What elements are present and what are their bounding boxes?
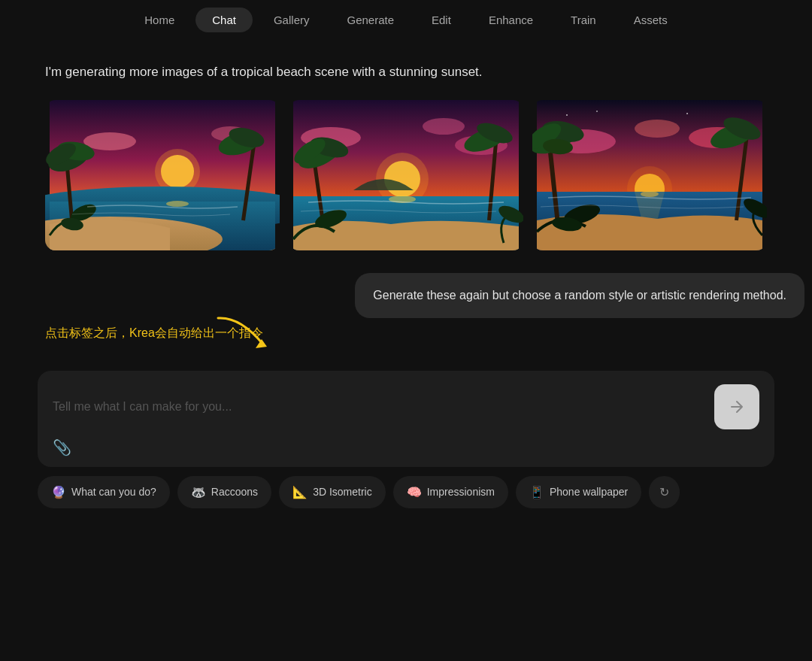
svg-point-36 — [566, 114, 568, 116]
svg-point-3 — [83, 132, 136, 150]
nav-generate[interactable]: Generate — [330, 8, 411, 32]
user-message-bubble: Generate these again but choose a random… — [355, 273, 804, 318]
annotation-area: 点击标签之后，Krea会自动给出一个指令 — [0, 318, 812, 371]
svg-marker-57 — [256, 339, 267, 348]
main-content: I'm generating more images of a tropical… — [0, 40, 812, 265]
nav-assets[interactable]: Assets — [617, 8, 684, 32]
chip-impressionism[interactable]: 🧠 Impressionism — [393, 476, 508, 508]
beach-image-2[interactable] — [289, 100, 523, 250]
user-message-text: Generate these again but choose a random… — [373, 289, 786, 302]
chat-input[interactable] — [53, 400, 705, 414]
chip-raccoons[interactable]: 🦝 Raccoons — [177, 476, 271, 508]
refresh-icon: ↻ — [659, 485, 669, 499]
svg-point-38 — [686, 113, 688, 114]
chips-row: 🔮 What can you do? 🦝 Raccoons 📐 3D Isome… — [0, 467, 812, 517]
chip-icon-4: 📱 — [529, 485, 544, 499]
send-button[interactable] — [714, 384, 759, 429]
chip-icon-2: 📐 — [292, 485, 308, 499]
chip-icon-0: 🔮 — [51, 485, 66, 499]
annotation-arrow — [211, 311, 278, 359]
attachment-icon[interactable]: 📎 — [53, 438, 71, 456]
chip-label-4: Phone wallpaper — [550, 486, 628, 498]
nav-edit[interactable]: Edit — [415, 8, 468, 32]
beach-image-3[interactable] — [532, 100, 767, 250]
user-bubble-container: Generate these again but choose a random… — [0, 273, 812, 318]
chip-icon-3: 🧠 — [407, 485, 422, 499]
nav-bar: Home Chat Gallery Generate Edit Enhance … — [0, 0, 812, 40]
nav-chat[interactable]: Chat — [195, 8, 253, 32]
ai-message: I'm generating more images of a tropical… — [45, 62, 662, 82]
chip-phone-wallpaper[interactable]: 📱 Phone wallpaper — [516, 476, 641, 508]
input-container: 📎 — [38, 371, 774, 467]
chip-label-2: 3D Isometric — [313, 486, 372, 498]
chip-refresh[interactable]: ↻ — [649, 476, 680, 508]
svg-point-37 — [596, 111, 598, 112]
svg-point-43 — [635, 120, 680, 138]
send-icon — [728, 398, 746, 416]
chip-label-3: Impressionism — [427, 486, 495, 498]
input-bottom: 📎 — [53, 438, 759, 456]
svg-point-23 — [423, 118, 465, 135]
images-row — [45, 100, 767, 250]
chip-label-0: What can you do? — [71, 486, 156, 498]
nav-train[interactable]: Train — [554, 8, 613, 32]
nav-gallery[interactable]: Gallery — [257, 8, 326, 32]
svg-point-45 — [641, 191, 659, 197]
chip-icon-1: 🦝 — [191, 485, 206, 499]
nav-enhance[interactable]: Enhance — [472, 8, 550, 32]
chip-what-can-you-do[interactable]: 🔮 What can you do? — [38, 476, 170, 508]
chip-label-1: Raccoons — [211, 486, 258, 498]
beach-image-1[interactable] — [45, 100, 280, 250]
nav-home[interactable]: Home — [128, 8, 191, 32]
input-row — [53, 384, 759, 429]
chip-3d-isometric[interactable]: 📐 3D Isometric — [279, 476, 386, 508]
svg-point-7 — [166, 201, 189, 207]
